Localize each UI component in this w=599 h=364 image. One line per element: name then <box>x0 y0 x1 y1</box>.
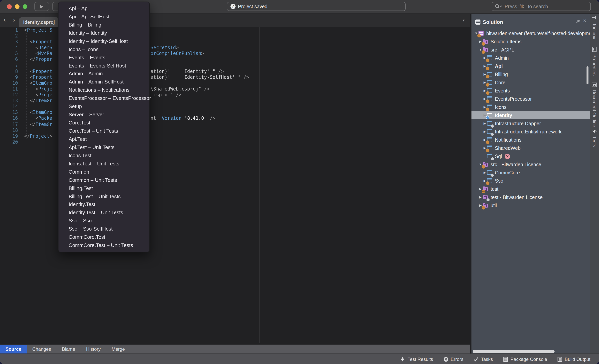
menu-item[interactable]: Identity – Identity <box>59 29 149 37</box>
tree-item-billing[interactable]: ▶Billing <box>471 70 590 79</box>
menu-item[interactable]: Events – Events-SelfHost <box>59 62 149 70</box>
outline-icon <box>592 82 597 87</box>
bottom-view-tabs: SourceChangesBlameHistoryMerge <box>0 345 470 354</box>
menu-item[interactable]: Sso – Sso <box>59 217 149 225</box>
menu-item[interactable]: Icons.Test – Unit Tests <box>59 160 149 168</box>
tree-item-solution-items[interactable]: ▶Solution Items <box>471 37 590 46</box>
menu-item[interactable]: CommCore.Test <box>59 233 149 241</box>
status-item-test-results[interactable]: Test Results <box>400 356 433 362</box>
tab-identity-csproj[interactable]: Identity.csproj <box>19 17 59 27</box>
menu-item[interactable]: Server – Server <box>59 110 149 119</box>
status-badge-orange <box>486 83 489 87</box>
status-item-tasks[interactable]: Tasks <box>473 356 493 362</box>
tree-item-test[interactable]: ▶test <box>471 185 590 193</box>
line-number: 20 <box>0 139 18 145</box>
expander-closed-icon[interactable]: ▶ <box>482 130 487 133</box>
line-number: 12 <box>0 92 18 98</box>
tree-item-label: Solution Items <box>491 39 521 44</box>
zoom-window-button[interactable] <box>23 4 27 9</box>
menu-item[interactable]: Core.Test <box>59 119 149 127</box>
menu-item[interactable]: Icons – Icons <box>59 45 149 53</box>
line-number: 14 <box>0 104 18 110</box>
menu-item[interactable]: Billing.Test <box>59 184 149 192</box>
dock-tab-document-outline[interactable]: Document Outline <box>590 82 599 127</box>
tree-item-label: Admin <box>495 55 509 61</box>
tree-item-sql[interactable]: Sql✕ <box>471 152 590 160</box>
minimize-window-button[interactable] <box>15 4 19 9</box>
tree-item-admin[interactable]: ▶Admin <box>471 54 590 62</box>
menu-item[interactable]: Events – Events <box>59 53 149 62</box>
line-number: 4 <box>0 45 18 51</box>
dock-tab-tests[interactable]: Tests <box>590 129 599 147</box>
tree-item-label: Events <box>495 88 510 93</box>
tree-item-infrastructure-entityframework[interactable]: ▶Infrastructure.EntityFramework <box>471 128 590 136</box>
menu-item[interactable]: Api – Api-SelfHost <box>59 12 149 21</box>
search-input[interactable]: Press '⌘.' to search <box>492 2 591 11</box>
run-button[interactable]: ▶ <box>34 2 49 11</box>
menu-item[interactable]: Admin – Admin-SelfHost <box>59 78 149 86</box>
menu-item[interactable]: Identity – Identity-SelfHost <box>59 37 149 45</box>
tree-item-infrastructure-dapper[interactable]: ▶Infrastructure.Dapper <box>471 119 590 128</box>
menu-item[interactable]: Admin – Admin <box>59 70 149 78</box>
tree-item-label: bitwarden-server (feature/self-hosted-de… <box>486 31 590 36</box>
menu-item[interactable]: Sso – Sso-SelfHost <box>59 225 149 233</box>
dock-tab-toolbox[interactable]: Toolbox <box>590 16 599 39</box>
dock-tab-properties[interactable]: Properties <box>590 47 599 75</box>
menu-item[interactable]: Icons.Test <box>59 151 149 160</box>
menu-item[interactable]: Identity.Test <box>59 200 149 209</box>
view-tab-history[interactable]: History <box>81 345 106 354</box>
menu-item[interactable]: Api.Test <box>59 135 149 143</box>
status-item-package-console[interactable]: Package Console <box>503 356 547 362</box>
close-window-button[interactable] <box>7 4 12 9</box>
status-items: Test ResultsErrorsTasksPackage ConsoleBu… <box>400 354 590 364</box>
menu-item[interactable]: Common <box>59 168 149 176</box>
tree-item-icons[interactable]: ▶Icons <box>471 103 590 111</box>
menu-item[interactable]: Billing.Test – Unit Tests <box>59 192 149 200</box>
menu-item[interactable]: EventsProcessor – EventsProcessor <box>59 94 149 102</box>
expander-closed-icon[interactable]: ▶ <box>482 122 487 125</box>
expander-closed-icon[interactable]: ▶ <box>478 195 483 199</box>
menu-item[interactable]: Billing – Billing <box>59 21 149 29</box>
close-icon[interactable]: ✕ <box>583 18 587 23</box>
status-badge-orange <box>486 59 489 62</box>
tree-item-bitwarden-server-feature-self-hosted-development[interactable]: ▼bitwarden-server (feature/self-hosted-d… <box>471 29 590 37</box>
tree-item-commcore[interactable]: ▶CommCore <box>471 169 590 177</box>
view-tab-changes[interactable]: Changes <box>27 345 56 354</box>
tree-item-core[interactable]: ▶Core <box>471 79 590 87</box>
tree-item-sso[interactable]: ▶Sso <box>471 177 590 185</box>
tree-item-label: Api <box>495 63 503 69</box>
view-tab-merge[interactable]: Merge <box>106 345 130 354</box>
menu-item[interactable]: Core.Test – Unit Tests <box>59 127 149 135</box>
view-tab-blame[interactable]: Blame <box>56 345 80 354</box>
vertical-scrollbar[interactable] <box>587 66 589 84</box>
pin-icon[interactable] <box>576 19 580 24</box>
status-item-errors[interactable]: Errors <box>443 356 463 362</box>
tree-item-src-bitwarden-license[interactable]: ▼src - Bitwarden License <box>471 160 590 169</box>
menu-item[interactable]: Common – Unit Tests <box>59 176 149 184</box>
tree-item-notifications[interactable]: ▶Notifications <box>471 136 590 144</box>
tab-overflow-icon[interactable]: ▼ <box>462 19 465 22</box>
menu-item[interactable]: Notifications – Notifications <box>59 86 149 94</box>
tree-item-src-agpl[interactable]: ▼src - AGPL <box>471 46 590 54</box>
tree-item-label: test - Bitwarden License <box>491 195 543 200</box>
line-number: 9 <box>0 74 18 80</box>
horizontal-scrollbar[interactable] <box>473 350 555 353</box>
menu-item[interactable]: CommCore.Test – Unit Tests <box>59 241 149 249</box>
navigate-forward-icon[interactable]: › <box>13 16 15 24</box>
tree-item-test-bitwarden-license[interactable]: ▶test - Bitwarden License <box>471 193 590 201</box>
tree-item-identity[interactable]: ▶Identity <box>471 111 590 119</box>
tree-item-events[interactable]: ▶Events <box>471 87 590 95</box>
menu-item[interactable]: Setup <box>59 102 149 111</box>
tree-item-label: Sql <box>495 153 502 159</box>
menu-item[interactable]: Api.Test – Unit Tests <box>59 143 149 151</box>
tree-item-eventsprocessor[interactable]: ▶EventsProcessor <box>471 95 590 103</box>
tree-item-api[interactable]: ▶Api <box>471 62 590 70</box>
tree-item-util[interactable]: ▶util <box>471 201 590 210</box>
navigate-back-icon[interactable]: ‹ <box>3 16 6 24</box>
menu-item[interactable]: Api – Api <box>59 4 149 12</box>
view-tab-source[interactable]: Source <box>0 345 27 354</box>
status-item-build-output[interactable]: Build Output <box>557 356 590 362</box>
menu-item[interactable]: Identity.Test – Unit Tests <box>59 209 149 217</box>
tree-item-sharedweb[interactable]: ▶SharedWeb <box>471 144 590 152</box>
expander-closed-icon[interactable]: ▶ <box>482 171 487 174</box>
